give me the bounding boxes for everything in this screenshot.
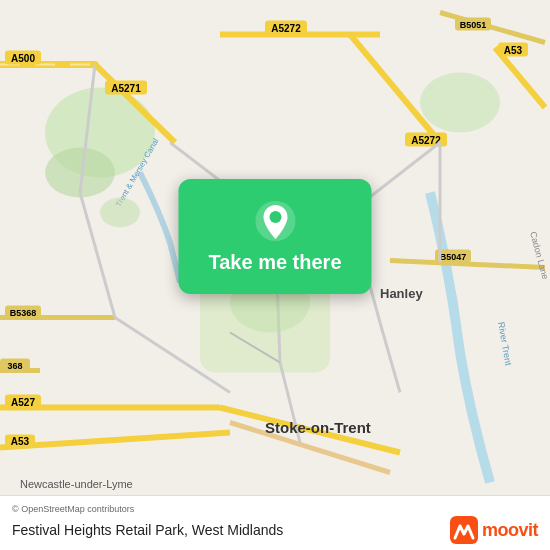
svg-text:River Trent: River Trent [496, 321, 514, 367]
svg-text:A53: A53 [11, 436, 30, 447]
location-pin-icon [253, 199, 297, 243]
svg-text:Cadon Lane: Cadon Lane [528, 230, 550, 280]
svg-line-48 [380, 323, 400, 393]
svg-text:Newcastle-under-Lyme: Newcastle-under-Lyme [20, 478, 133, 490]
moovit-logo: moovit [450, 516, 538, 544]
app-container: River Trent Trent & Mersey Canal A500 A5… [0, 0, 550, 550]
svg-text:B5368: B5368 [10, 308, 37, 318]
svg-text:A527: A527 [11, 397, 35, 408]
svg-text:A53: A53 [504, 45, 523, 56]
svg-text:B5047: B5047 [440, 252, 467, 262]
svg-text:Stoke-on-Trent: Stoke-on-Trent [265, 419, 371, 436]
attribution: © OpenStreetMap contributors [12, 504, 538, 514]
svg-rect-64 [450, 516, 478, 544]
cta-label: Take me there [208, 251, 341, 274]
map-area: River Trent Trent & Mersey Canal A500 A5… [0, 0, 550, 495]
svg-point-61 [100, 198, 140, 228]
location-name: Festival Heights Retail Park, West Midla… [12, 522, 283, 538]
svg-point-3 [420, 73, 500, 133]
take-me-there-button[interactable]: Take me there [178, 179, 371, 294]
svg-text:A500: A500 [11, 53, 35, 64]
moovit-name: moovit [482, 520, 538, 541]
svg-text:Hanley: Hanley [380, 286, 423, 301]
moovit-icon [450, 516, 478, 544]
map-canvas: River Trent Trent & Mersey Canal A500 A5… [0, 0, 550, 495]
info-bar: © OpenStreetMap contributors Festival He… [0, 495, 550, 550]
svg-text:A5271: A5271 [111, 83, 141, 94]
location-row: Festival Heights Retail Park, West Midla… [12, 516, 538, 544]
svg-text:A5272: A5272 [271, 23, 301, 34]
svg-point-63 [269, 211, 281, 223]
svg-text:368: 368 [7, 361, 22, 371]
svg-text:B5051: B5051 [460, 20, 487, 30]
